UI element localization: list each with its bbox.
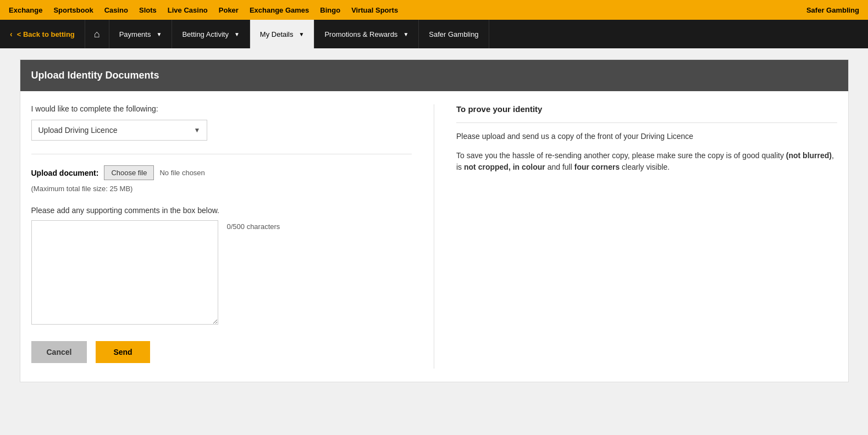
right-panel-para2-bold3: four corners [574,163,620,171]
betting-activity-chevron-icon: ▼ [234,31,240,37]
payments-nav[interactable]: Payments ▼ [109,20,173,48]
promotions-chevron-icon: ▼ [403,31,408,37]
safer-gambling-link[interactable]: Safer Gambling [806,6,859,14]
promotions-rewards-nav[interactable]: Promotions & Rewards ▼ [314,20,419,48]
nav-slots[interactable]: Slots [139,6,157,14]
choose-file-button[interactable]: Choose file [104,165,154,180]
secondary-nav: ‹ < Back to betting ⌂ Payments ▼ Betting… [0,20,868,48]
card-header: Upload Identity Documents [20,60,848,91]
payments-chevron-icon: ▼ [156,31,162,37]
char-count: 0/500 characters [227,222,280,231]
action-buttons: Cancel Send [31,341,412,369]
comments-textarea[interactable] [31,220,218,325]
no-file-chosen-text: No file chosen [159,169,204,177]
nav-exchange-games[interactable]: Exchange Games [250,6,309,14]
nav-virtual-sports[interactable]: Virtual Sports [351,6,398,14]
nav-live-casino[interactable]: Live Casino [168,6,208,14]
send-button[interactable]: Send [96,341,150,363]
right-panel-para2-end: clearly visible. [620,163,670,171]
nav-sportsbook[interactable]: Sportsbook [53,6,93,14]
upload-row: Upload document: Choose file No file cho… [31,165,412,180]
dropdown-label: I would like to complete the following: [31,104,412,113]
home-button[interactable]: ⌂ [85,20,109,48]
max-size-text: (Maximum total file size: 25 MB) [31,185,412,193]
comments-row: 0/500 characters [31,220,412,325]
right-panel-para2-prefix: To save you the hassle of re-sending ano… [456,151,786,160]
my-details-chevron-icon: ▼ [299,31,305,37]
nav-exchange[interactable]: Exchange [9,6,42,14]
card-title: Upload Identity Documents [31,70,837,81]
right-panel: To prove your identity Please upload and… [434,104,837,369]
nav-casino[interactable]: Casino [104,6,128,14]
right-panel-title: To prove your identity [456,104,837,114]
back-to-betting-button[interactable]: ‹ < Back to betting [0,20,85,48]
upload-identity-card: Upload Identity Documents I would like t… [20,59,849,382]
safer-gambling-nav[interactable]: Safer Gambling [419,20,489,48]
right-panel-divider [456,122,837,123]
nav-bingo[interactable]: Bingo [320,6,340,14]
top-nav-links: Exchange Sportsbook Casino Slots Live Ca… [9,6,398,14]
card-body: I would like to complete the following: … [20,91,848,382]
betting-activity-nav[interactable]: Betting Activity ▼ [172,20,250,48]
back-arrow-icon: ‹ [10,30,13,38]
upload-document-label: Upload document: [31,169,99,177]
home-icon: ⌂ [94,29,100,40]
cancel-button[interactable]: Cancel [31,341,87,363]
right-panel-para2: To save you the hassle of re-sending ano… [456,150,837,173]
right-panel-para2-bold2: not cropped, in colour [464,163,545,171]
right-panel-para2-suffix: and full [545,163,574,171]
left-panel: I would like to complete the following: … [31,104,412,369]
divider [31,154,412,154]
right-panel-para1: Please upload and send us a copy of the … [456,131,837,142]
document-type-select-wrapper: Upload Driving Licence ▼ [31,120,207,141]
document-type-select[interactable]: Upload Driving Licence [31,120,207,141]
my-details-nav[interactable]: My Details ▼ [250,20,315,48]
nav-poker[interactable]: Poker [219,6,239,14]
comments-label: Please add any supporting comments in th… [31,206,412,215]
main-content: Upload Identity Documents I would like t… [11,59,858,382]
right-panel-para2-bold1: (not blurred) [786,151,832,160]
top-nav: Exchange Sportsbook Casino Slots Live Ca… [0,0,868,20]
